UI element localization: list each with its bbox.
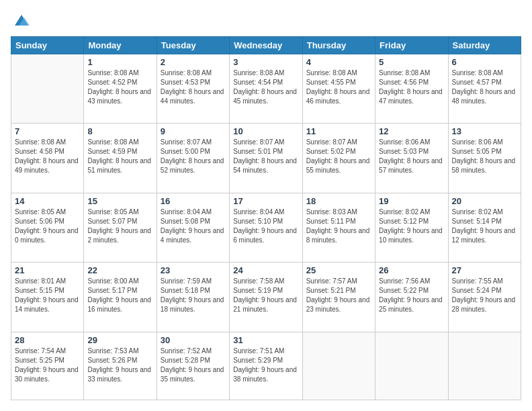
day-info: Sunrise: 8:04 AMSunset: 5:08 PMDaylight:… bbox=[161, 208, 226, 245]
page: SundayMondayTuesdayWednesdayThursdayFrid… bbox=[0, 0, 532, 411]
calendar-day-cell: 15Sunrise: 8:05 AMSunset: 5:07 PMDayligh… bbox=[84, 193, 157, 262]
calendar-day-cell: 13Sunrise: 8:06 AMSunset: 5:05 PMDayligh… bbox=[448, 124, 521, 193]
calendar-day-cell: 4Sunrise: 8:08 AMSunset: 4:55 PMDaylight… bbox=[302, 54, 375, 124]
day-info: Sunrise: 8:08 AMSunset: 4:53 PMDaylight:… bbox=[161, 68, 226, 106]
calendar-day-cell: 20Sunrise: 8:02 AMSunset: 5:14 PMDayligh… bbox=[448, 193, 521, 262]
day-number: 6 bbox=[452, 57, 517, 67]
weekday-header: Wednesday bbox=[230, 37, 302, 54]
day-number: 29 bbox=[87, 335, 152, 345]
day-info: Sunrise: 8:05 AMSunset: 5:06 PMDaylight:… bbox=[15, 208, 80, 245]
calendar-day-cell: 31Sunrise: 7:51 AMSunset: 5:29 PMDayligh… bbox=[230, 332, 302, 400]
calendar-day-cell: 5Sunrise: 8:08 AMSunset: 4:56 PMDaylight… bbox=[375, 54, 448, 124]
calendar-day-cell bbox=[375, 332, 448, 400]
day-number: 28 bbox=[15, 335, 80, 345]
calendar-day-cell: 26Sunrise: 7:56 AMSunset: 5:22 PMDayligh… bbox=[375, 263, 448, 332]
calendar-week-row: 28Sunrise: 7:54 AMSunset: 5:25 PMDayligh… bbox=[11, 332, 521, 400]
day-number: 3 bbox=[233, 57, 298, 67]
day-info: Sunrise: 8:03 AMSunset: 5:11 PMDaylight:… bbox=[306, 208, 371, 245]
day-number: 14 bbox=[15, 196, 80, 206]
day-info: Sunrise: 8:08 AMSunset: 4:54 PMDaylight:… bbox=[233, 68, 298, 106]
calendar-table: SundayMondayTuesdayWednesdayThursdayFrid… bbox=[11, 36, 521, 400]
header bbox=[11, 11, 521, 30]
day-info: Sunrise: 8:02 AMSunset: 5:12 PMDaylight:… bbox=[379, 208, 444, 245]
day-info: Sunrise: 8:06 AMSunset: 5:05 PMDaylight:… bbox=[452, 138, 517, 175]
weekday-header-row: SundayMondayTuesdayWednesdayThursdayFrid… bbox=[11, 37, 521, 54]
day-info: Sunrise: 8:07 AMSunset: 5:02 PMDaylight:… bbox=[306, 138, 371, 175]
day-info: Sunrise: 8:08 AMSunset: 4:56 PMDaylight:… bbox=[379, 68, 444, 106]
calendar-day-cell: 24Sunrise: 7:58 AMSunset: 5:19 PMDayligh… bbox=[230, 263, 302, 332]
calendar-day-cell: 2Sunrise: 8:08 AMSunset: 4:53 PMDaylight… bbox=[157, 54, 229, 124]
calendar-day-cell: 27Sunrise: 7:55 AMSunset: 5:24 PMDayligh… bbox=[448, 263, 521, 332]
day-number: 16 bbox=[161, 196, 226, 206]
day-number: 2 bbox=[161, 57, 226, 67]
calendar-day-cell: 1Sunrise: 8:08 AMSunset: 4:52 PMDaylight… bbox=[84, 54, 157, 124]
day-info: Sunrise: 7:53 AMSunset: 5:26 PMDaylight:… bbox=[87, 347, 152, 384]
calendar-day-cell bbox=[11, 54, 84, 124]
day-info: Sunrise: 8:08 AMSunset: 4:55 PMDaylight:… bbox=[306, 68, 371, 106]
day-number: 7 bbox=[15, 126, 80, 136]
day-number: 5 bbox=[379, 57, 444, 67]
weekday-header: Sunday bbox=[11, 37, 84, 54]
calendar-day-cell: 28Sunrise: 7:54 AMSunset: 5:25 PMDayligh… bbox=[11, 332, 84, 400]
day-number: 18 bbox=[306, 196, 371, 206]
day-info: Sunrise: 8:02 AMSunset: 5:14 PMDaylight:… bbox=[452, 208, 517, 245]
calendar-day-cell: 9Sunrise: 8:07 AMSunset: 5:00 PMDaylight… bbox=[157, 124, 229, 193]
day-info: Sunrise: 7:51 AMSunset: 5:29 PMDaylight:… bbox=[233, 347, 298, 384]
day-number: 11 bbox=[306, 126, 371, 136]
calendar-day-cell: 25Sunrise: 7:57 AMSunset: 5:21 PMDayligh… bbox=[302, 263, 375, 332]
day-info: Sunrise: 7:58 AMSunset: 5:19 PMDaylight:… bbox=[233, 277, 298, 314]
day-number: 21 bbox=[15, 265, 80, 275]
calendar-day-cell: 19Sunrise: 8:02 AMSunset: 5:12 PMDayligh… bbox=[375, 193, 448, 262]
day-number: 25 bbox=[306, 265, 371, 275]
day-info: Sunrise: 7:56 AMSunset: 5:22 PMDaylight:… bbox=[379, 277, 444, 314]
day-number: 19 bbox=[379, 196, 444, 206]
day-info: Sunrise: 7:59 AMSunset: 5:18 PMDaylight:… bbox=[161, 277, 226, 314]
calendar-day-cell: 10Sunrise: 8:07 AMSunset: 5:01 PMDayligh… bbox=[230, 124, 302, 193]
day-number: 15 bbox=[87, 196, 152, 206]
weekday-header: Friday bbox=[375, 37, 448, 54]
day-number: 26 bbox=[379, 265, 444, 275]
calendar-day-cell: 11Sunrise: 8:07 AMSunset: 5:02 PMDayligh… bbox=[302, 124, 375, 193]
calendar-day-cell: 7Sunrise: 8:08 AMSunset: 4:58 PMDaylight… bbox=[11, 124, 84, 193]
day-number: 30 bbox=[161, 335, 226, 345]
calendar-day-cell: 6Sunrise: 8:08 AMSunset: 4:57 PMDaylight… bbox=[448, 54, 521, 124]
day-info: Sunrise: 7:54 AMSunset: 5:25 PMDaylight:… bbox=[15, 347, 80, 384]
calendar-day-cell: 16Sunrise: 8:04 AMSunset: 5:08 PMDayligh… bbox=[157, 193, 229, 262]
calendar-day-cell bbox=[302, 332, 375, 400]
calendar-day-cell: 18Sunrise: 8:03 AMSunset: 5:11 PMDayligh… bbox=[302, 193, 375, 262]
day-number: 4 bbox=[306, 57, 371, 67]
day-info: Sunrise: 8:06 AMSunset: 5:03 PMDaylight:… bbox=[379, 138, 444, 175]
logo-icon bbox=[12, 11, 31, 30]
calendar-day-cell: 21Sunrise: 8:01 AMSunset: 5:15 PMDayligh… bbox=[11, 263, 84, 332]
day-info: Sunrise: 7:57 AMSunset: 5:21 PMDaylight:… bbox=[306, 277, 371, 314]
day-number: 31 bbox=[233, 335, 298, 345]
calendar-week-row: 1Sunrise: 8:08 AMSunset: 4:52 PMDaylight… bbox=[11, 54, 521, 124]
day-info: Sunrise: 8:05 AMSunset: 5:07 PMDaylight:… bbox=[87, 208, 152, 245]
day-number: 22 bbox=[87, 265, 152, 275]
day-info: Sunrise: 8:00 AMSunset: 5:17 PMDaylight:… bbox=[87, 277, 152, 314]
calendar-day-cell: 14Sunrise: 8:05 AMSunset: 5:06 PMDayligh… bbox=[11, 193, 84, 262]
day-number: 8 bbox=[87, 126, 152, 136]
calendar-day-cell: 8Sunrise: 8:08 AMSunset: 4:59 PMDaylight… bbox=[84, 124, 157, 193]
day-info: Sunrise: 7:52 AMSunset: 5:28 PMDaylight:… bbox=[161, 347, 226, 384]
calendar-day-cell: 29Sunrise: 7:53 AMSunset: 5:26 PMDayligh… bbox=[84, 332, 157, 400]
day-info: Sunrise: 8:01 AMSunset: 5:15 PMDaylight:… bbox=[15, 277, 80, 314]
weekday-header: Tuesday bbox=[157, 37, 229, 54]
day-info: Sunrise: 8:07 AMSunset: 5:00 PMDaylight:… bbox=[161, 138, 226, 175]
calendar-day-cell: 23Sunrise: 7:59 AMSunset: 5:18 PMDayligh… bbox=[157, 263, 229, 332]
day-info: Sunrise: 8:07 AMSunset: 5:01 PMDaylight:… bbox=[233, 138, 298, 175]
calendar-week-row: 7Sunrise: 8:08 AMSunset: 4:58 PMDaylight… bbox=[11, 124, 521, 193]
calendar-day-cell: 22Sunrise: 8:00 AMSunset: 5:17 PMDayligh… bbox=[84, 263, 157, 332]
day-number: 20 bbox=[452, 196, 517, 206]
day-info: Sunrise: 7:55 AMSunset: 5:24 PMDaylight:… bbox=[452, 277, 517, 314]
day-number: 17 bbox=[233, 196, 298, 206]
day-number: 13 bbox=[452, 126, 517, 136]
day-number: 9 bbox=[161, 126, 226, 136]
weekday-header: Monday bbox=[84, 37, 157, 54]
calendar-day-cell: 3Sunrise: 8:08 AMSunset: 4:54 PMDaylight… bbox=[230, 54, 302, 124]
day-number: 23 bbox=[161, 265, 226, 275]
calendar-day-cell: 30Sunrise: 7:52 AMSunset: 5:28 PMDayligh… bbox=[157, 332, 229, 400]
day-number: 27 bbox=[452, 265, 517, 275]
weekday-header: Saturday bbox=[448, 37, 521, 54]
calendar-day-cell: 17Sunrise: 8:04 AMSunset: 5:10 PMDayligh… bbox=[230, 193, 302, 262]
